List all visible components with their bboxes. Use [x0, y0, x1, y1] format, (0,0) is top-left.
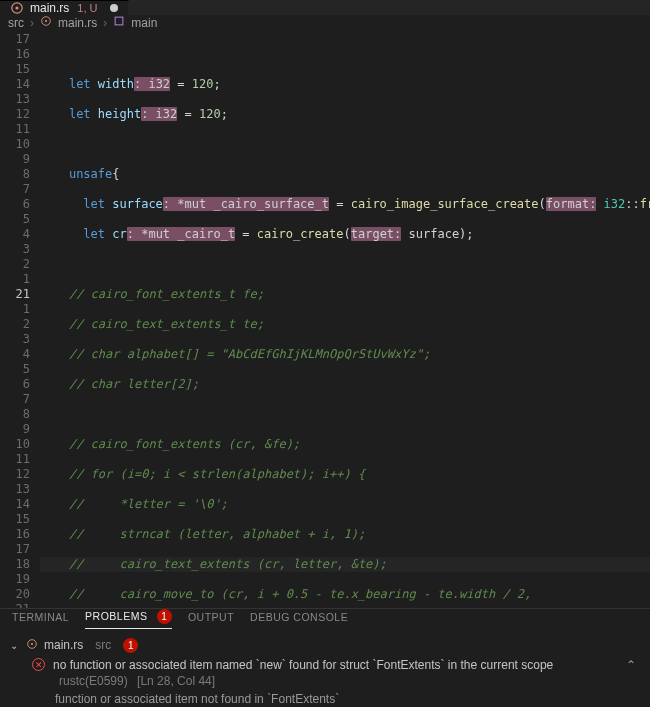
- tab-modifier: 1, U: [77, 2, 97, 14]
- breadcrumb-root[interactable]: src: [8, 16, 24, 30]
- file-problem-count-badge: 1: [123, 638, 138, 653]
- line-number-gutter: 1716151413121110987654321211234567891011…: [0, 30, 40, 608]
- chevron-up-icon[interactable]: ⌃: [622, 657, 640, 673]
- tab-problems[interactable]: PROBLEMS 1: [85, 609, 172, 629]
- problem-message: no function or associated item named `ne…: [53, 657, 614, 689]
- chevron-right-icon: ›: [30, 16, 34, 30]
- svg-point-1: [15, 6, 18, 9]
- tab-terminal[interactable]: TERMINAL: [12, 611, 69, 627]
- problem-location: [Ln 28, Col 44]: [137, 674, 215, 688]
- breadcrumb[interactable]: src › main.rs › main: [0, 15, 650, 30]
- rust-file-icon: [40, 15, 52, 30]
- tab-output[interactable]: OUTPUT: [188, 611, 234, 627]
- problems-panel: ⌄ main.rs src 1 ✕ no function or associa…: [0, 629, 650, 707]
- problem-sub-message: function or associated item not found in…: [10, 691, 640, 707]
- tab-problems-label: PROBLEMS: [85, 610, 147, 622]
- chevron-down-icon[interactable]: ⌄: [10, 640, 20, 651]
- problem-source: rustc(E0599): [59, 674, 128, 688]
- panel-tab-bar: TERMINAL PROBLEMS 1 OUTPUT DEBUG CONSOLE: [0, 608, 650, 629]
- problem-filename: main.rs: [44, 638, 83, 652]
- problem-item[interactable]: ✕ no function or associated item named `…: [10, 655, 640, 691]
- svg-point-6: [31, 642, 33, 644]
- tab-filename: main.rs: [30, 1, 69, 15]
- symbol-function-icon: [113, 15, 125, 30]
- svg-rect-4: [115, 17, 123, 25]
- tab-debug-console[interactable]: DEBUG CONSOLE: [250, 611, 348, 627]
- breadcrumb-symbol[interactable]: main: [131, 16, 157, 30]
- chevron-right-icon: ›: [103, 16, 107, 30]
- rust-file-icon: [10, 1, 24, 15]
- rust-file-icon: [26, 638, 38, 653]
- code-area[interactable]: let width: i32 = 120; let height: i32 = …: [40, 30, 650, 608]
- text-editor[interactable]: 1716151413121110987654321211234567891011…: [0, 30, 650, 608]
- problem-file-row[interactable]: ⌄ main.rs src 1: [10, 635, 640, 655]
- error-icon: ✕: [32, 658, 45, 671]
- editor-tab-bar: main.rs 1, U: [0, 0, 650, 15]
- problem-folder: src: [95, 638, 111, 652]
- breadcrumb-file[interactable]: main.rs: [58, 16, 97, 30]
- editor-tab-main-rs[interactable]: main.rs 1, U: [0, 0, 129, 15]
- problems-count-badge: 1: [157, 609, 172, 624]
- svg-point-3: [45, 20, 47, 22]
- dirty-indicator-icon: [110, 4, 118, 12]
